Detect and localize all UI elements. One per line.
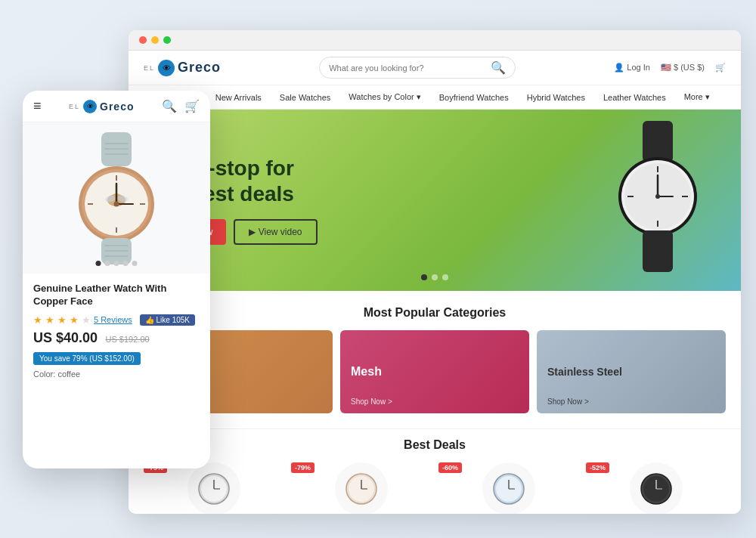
- mobile-logo-text: Greco: [100, 100, 134, 113]
- header-right: 👤 Log In 🇺🇸 $ (US $) 🛒: [614, 63, 726, 73]
- category-mesh-label: Mesh: [351, 365, 382, 379]
- product-image-area: [23, 122, 210, 274]
- deal-card-4[interactable]: -52%: [586, 462, 726, 514]
- deal-badge-4: -52%: [586, 462, 609, 473]
- category-steel[interactable]: Stainless Steel Shop Now >: [537, 330, 726, 413]
- watch-svg-desktop: [597, 121, 718, 272]
- cart-icon[interactable]: 🛒: [715, 63, 726, 73]
- like-button[interactable]: 👍 Like 105K: [140, 314, 195, 326]
- star-1: ★: [33, 314, 42, 326]
- deals-grid: -79% -79%: [144, 462, 726, 514]
- logo-small: El: [144, 64, 155, 72]
- savings-badge: You save 79% (US $152.00): [33, 352, 141, 365]
- mobile-logo[interactable]: El 👁 Greco: [69, 100, 134, 113]
- deal-badge-2: -79%: [291, 462, 314, 473]
- nav-hybrid-watches[interactable]: Hybrid Watches: [518, 86, 594, 109]
- image-dots: [96, 261, 138, 266]
- svg-point-45: [114, 201, 119, 206]
- best-deals-section: Best Deals -79% -79%: [129, 428, 741, 514]
- desktop-nav: Best Sellers New Arrivals Sale Watches W…: [129, 85, 741, 110]
- search-input[interactable]: [329, 63, 486, 73]
- deal-watch-1: [187, 462, 240, 514]
- logo-icon: [158, 60, 175, 76]
- nav-boyfriend-watches[interactable]: Boyfriend Watches: [430, 86, 518, 109]
- star-4: ★: [70, 314, 79, 326]
- browser-dot-green[interactable]: [163, 36, 171, 44]
- hero-dot-3[interactable]: [442, 274, 448, 280]
- star-2: ★: [45, 314, 54, 326]
- img-dot-3[interactable]: [114, 261, 119, 266]
- hero-dots: [421, 274, 448, 280]
- img-dot-2[interactable]: [105, 261, 110, 266]
- svg-point-10: [655, 194, 660, 199]
- nav-watches-by-color[interactable]: Watches by Color ▾: [339, 85, 429, 109]
- nav-more[interactable]: More ▾: [675, 85, 719, 109]
- category-steel-label: Stainless Steel: [547, 366, 622, 378]
- img-dot-1[interactable]: [96, 261, 101, 266]
- categories-title: Most Popular Categories: [144, 306, 726, 320]
- star-3: ★: [57, 314, 67, 326]
- mobile-logo-icon: 👁: [83, 100, 97, 113]
- nav-leather-watches[interactable]: Leather Watches: [594, 86, 675, 109]
- browser-dot-yellow[interactable]: [151, 36, 159, 44]
- desktop-browser: El Greco 🔍 👤 Log In 🇺🇸 $ (US $) 🛒 Best S…: [129, 30, 741, 514]
- deal-watch-3: [482, 462, 535, 514]
- browser-bar: [129, 30, 741, 51]
- deal-watch-4: [630, 462, 683, 514]
- reviews-link[interactable]: 5 Reviews: [94, 315, 132, 324]
- product-info: Genuine Leather Watch With Copper Face ★…: [23, 274, 210, 388]
- mobile-icons: 🔍 🛒: [162, 99, 200, 113]
- mobile-phone: ≡ El 👁 Greco 🔍 🛒: [23, 91, 210, 468]
- mobile-cart-icon[interactable]: 🛒: [184, 99, 200, 113]
- desktop-watch-image: [597, 121, 726, 280]
- price-original: US $192.00: [106, 335, 150, 344]
- category-mesh-shop[interactable]: Shop Now >: [351, 397, 392, 406]
- watch-svg-mobile: [56, 132, 177, 264]
- star-rating: ★ ★ ★ ★ ★ 5 Reviews 👍 Like 105K: [33, 314, 200, 326]
- svg-rect-0: [643, 121, 673, 162]
- search-icon: 🔍: [491, 60, 506, 75]
- hero-dot-1[interactable]: [421, 274, 427, 280]
- deal-card-2[interactable]: -79%: [291, 462, 431, 514]
- price-current: US $40.00: [33, 330, 98, 345]
- nav-new-arrivals[interactable]: New Arrivals: [206, 86, 271, 109]
- currency-selector[interactable]: 🇺🇸 $ (US $): [661, 63, 705, 73]
- deal-watch-2: [335, 462, 388, 514]
- deal-card-3[interactable]: -60%: [438, 462, 578, 514]
- category-mesh[interactable]: Mesh Shop Now >: [340, 330, 529, 413]
- img-dot-4[interactable]: [123, 261, 129, 266]
- img-dot-5[interactable]: [132, 261, 138, 266]
- hero-dot-2[interactable]: [432, 274, 438, 280]
- price-area: US $40.00 US $192.00: [33, 330, 200, 346]
- desktop-search-bar[interactable]: 🔍: [319, 57, 516, 79]
- browser-dot-red[interactable]: [139, 36, 147, 44]
- hero-banner: · one-stop for ng best deals Shop now ▶ …: [129, 110, 741, 291]
- view-video-button[interactable]: ▶ View video: [234, 219, 317, 245]
- product-title: Genuine Leather Watch With Copper Face: [33, 283, 200, 308]
- nav-sale-watches[interactable]: Sale Watches: [271, 86, 339, 109]
- mobile-search-icon[interactable]: 🔍: [162, 99, 177, 113]
- login-link[interactable]: 👤 Log In: [614, 63, 650, 73]
- logo-text: Greco: [178, 60, 221, 76]
- mobile-logo-small: El: [69, 103, 80, 110]
- mobile-header: ≡ El 👁 Greco 🔍 🛒: [23, 91, 210, 122]
- best-deals-title: Best Deals: [144, 438, 726, 452]
- color-label: Color: coffee: [33, 369, 200, 379]
- categories-grid: Leather Shop Now > Mesh Shop Now > Stain…: [144, 330, 726, 413]
- category-steel-shop[interactable]: Shop Now >: [547, 397, 589, 406]
- desktop-header: El Greco 🔍 👤 Log In 🇺🇸 $ (US $) 🛒: [129, 51, 741, 85]
- categories-section: Most Popular Categories Leather Shop Now…: [129, 291, 741, 428]
- deal-card-1[interactable]: -79%: [144, 462, 284, 514]
- star-5: ★: [82, 314, 91, 326]
- mobile-menu-icon[interactable]: ≡: [33, 98, 42, 114]
- desktop-logo[interactable]: El Greco: [144, 60, 221, 76]
- deal-badge-3: -60%: [438, 462, 462, 473]
- svg-rect-11: [643, 230, 673, 272]
